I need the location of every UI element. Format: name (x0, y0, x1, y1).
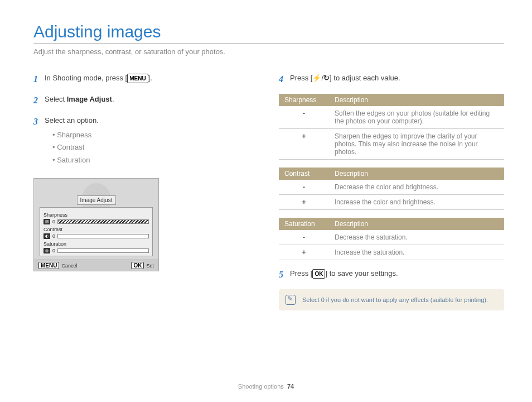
slider (57, 219, 149, 224)
table-header: Contrast (279, 168, 329, 180)
mock-row-label: Contrast (43, 227, 149, 232)
ok-badge-icon: OK (131, 262, 144, 269)
mock-row-label: Saturation (43, 241, 149, 247)
table-cell-desc: Decrease the saturation. (329, 230, 504, 245)
table-cell-desc: Soften the edges on your photos (suitabl… (329, 106, 504, 129)
step-number: 3 (33, 115, 45, 167)
step-1: 1 In Shooting mode, press [MENU]. (33, 73, 245, 86)
step-3: 3 Select an option. Sharpness Contrast S… (33, 115, 245, 167)
table-header: Description (329, 168, 504, 180)
table-cell-desc: Decrease the color and brightness. (329, 180, 504, 195)
contrast-table: ContrastDescription -Decrease the color … (279, 168, 504, 210)
step-bold: Image Adjust (67, 95, 112, 103)
table-cell-desc: Increase the saturation. (329, 245, 504, 260)
saturation-icon: ◍ (43, 248, 50, 253)
contrast-icon: ◐ (43, 233, 50, 239)
table-cell-key: - (279, 180, 329, 195)
table-cell-key: - (279, 230, 329, 245)
step-text: ] to save your settings. (325, 269, 398, 277)
table-header: Saturation (279, 218, 329, 230)
note-icon (286, 295, 296, 305)
step-text: Press [ (290, 74, 312, 82)
list-item: Contrast (52, 142, 245, 153)
note-box: Select 0 if you do not want to apply any… (279, 289, 504, 310)
footer-section: Shooting options (238, 383, 284, 390)
mock-panel: Sharpness ▨ 0 Contrast ◐ 0 Saturation ◍ … (40, 207, 153, 256)
mock-value: 0 (52, 248, 55, 253)
left-column: 1 In Shooting mode, press [MENU]. 2 Sele… (33, 73, 245, 310)
mock-title: Image Adjust (77, 195, 116, 205)
step-text: Select an option. (45, 116, 99, 125)
table-row: -Decrease the saturation. (279, 230, 504, 245)
right-column: 4 Press [⚡/↻] to adjust each value. Shar… (279, 73, 504, 310)
table-row: +Sharpen the edges to improve the clarit… (279, 129, 504, 160)
menu-badge-icon: MENU (38, 262, 59, 269)
table-cell-key: + (279, 195, 329, 210)
table-header: Sharpness (279, 94, 329, 106)
table-cell-key: + (279, 129, 329, 160)
step-text: ] to adjust each value. (330, 74, 400, 82)
sharpness-icon: ▨ (43, 219, 50, 224)
table-row: +Increase the color and brightness. (279, 195, 504, 210)
table-row: +Increase the saturation. (279, 245, 504, 260)
table-cell-key: + (279, 245, 329, 260)
camera-screenshot: Image Adjust Sharpness ▨ 0 Contrast ◐ 0 … (33, 178, 159, 271)
table-cell-desc: Sharpen the edges to improve the clarity… (329, 129, 504, 160)
mock-set-label: Set (146, 263, 154, 269)
step-number: 1 (33, 73, 45, 86)
mock-set: OK Set (131, 262, 154, 269)
table-header: Description (329, 218, 504, 230)
page-title: Adjusting images (33, 22, 504, 41)
step-2: 2 Select Image Adjust. (33, 94, 245, 107)
table-row: -Decrease the color and brightness. (279, 180, 504, 195)
mock-value: 0 (52, 233, 55, 239)
step-number: 5 (279, 268, 290, 281)
flash-icon: ⚡ (312, 74, 321, 82)
table-row: -Soften the edges on your photos (suitab… (279, 106, 504, 129)
note-text: Select 0 if you do not want to apply any… (302, 296, 488, 303)
sharpness-table: SharpnessDescription -Soften the edges o… (279, 94, 504, 160)
step-text: ]. (148, 74, 152, 82)
mock-cancel-label: Cancel (61, 263, 77, 269)
step-number: 4 (279, 73, 290, 86)
table-header: Description (329, 94, 504, 106)
menu-badge-icon: MENU (127, 74, 148, 83)
list-item: Saturation (52, 155, 245, 166)
slider (57, 234, 149, 238)
step-number: 2 (33, 94, 45, 107)
table-cell-key: - (279, 106, 329, 129)
step-4: 4 Press [⚡/↻] to adjust each value. (279, 73, 504, 86)
page-subtitle: Adjust the sharpness, contrast, or satur… (33, 47, 504, 56)
step-text: Select (45, 95, 67, 103)
table-cell-desc: Increase the color and brightness. (329, 195, 504, 210)
footer-page-number: 74 (287, 383, 294, 390)
ok-badge-icon: OK (312, 269, 325, 279)
mock-row-label: Sharpness (43, 212, 149, 218)
list-item: Sharpness (52, 130, 245, 141)
title-divider (33, 44, 504, 44)
page-footer: Shooting options 74 (0, 383, 532, 390)
mock-value: 0 (52, 219, 55, 224)
step-text: Press [ (290, 269, 312, 277)
mock-cancel: MENU Cancel (38, 262, 77, 269)
saturation-table: SaturationDescription -Decrease the satu… (279, 218, 504, 260)
step-5: 5 Press [OK] to save your settings. (279, 268, 504, 281)
step-text: In Shooting mode, press [ (45, 74, 127, 82)
slider (57, 248, 149, 253)
timer-icon: ↻ (323, 74, 330, 82)
step-text: . (112, 95, 114, 103)
